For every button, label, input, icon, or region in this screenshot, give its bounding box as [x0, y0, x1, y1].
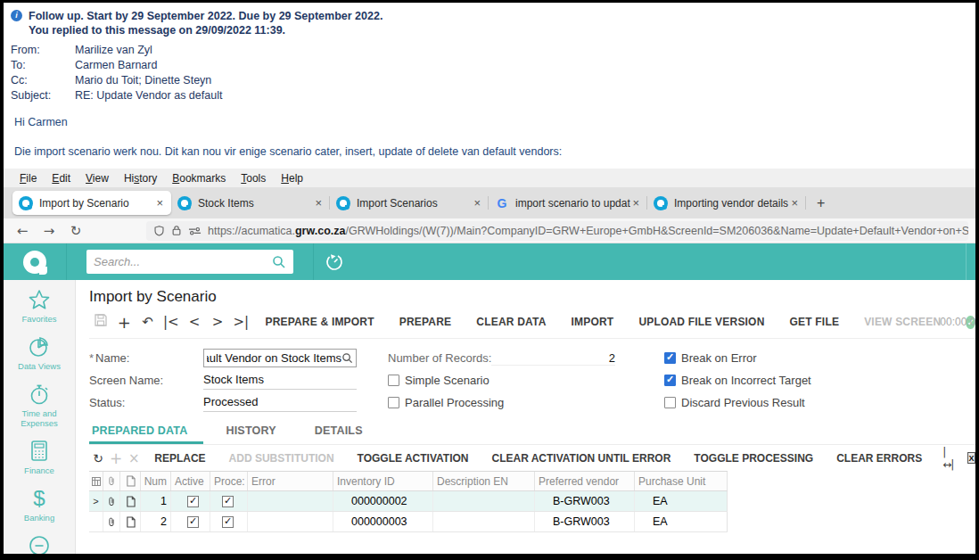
url-field[interactable]: https://acumatica.grw.co.za/GRWHoldings/… [146, 221, 968, 241]
processed-checkbox[interactable] [210, 491, 248, 511]
back-button[interactable]: ← [11, 223, 34, 239]
lookup-icon[interactable] [341, 352, 353, 364]
table-row[interactable]: 2 000000003 B-GRW003 EA [89, 512, 728, 532]
column-purchase-unit[interactable]: Purchase Unit [635, 472, 728, 490]
table-row[interactable]: > 1 000000002 B-GRW003 EA [89, 491, 728, 512]
toggle-processing-button[interactable]: TOGGLE PROCESSING [682, 452, 825, 465]
replace-button[interactable]: REPLACE [143, 452, 217, 465]
discard-previous-result-checkbox[interactable] [664, 397, 676, 408]
browser-tab-stock-items[interactable]: Stock Items × [171, 191, 330, 215]
break-on-error-checkbox[interactable] [664, 352, 676, 364]
column-error[interactable]: Error [248, 472, 333, 490]
prev-record-icon[interactable]: < [183, 314, 206, 330]
sidebar-item-favorites[interactable]: Favorites [21, 289, 56, 324]
note-icon[interactable] [120, 491, 141, 511]
paperclip-icon[interactable] [103, 491, 120, 511]
sidebar-item-banking[interactable]: $ Banking [24, 487, 54, 523]
column-preferred-vendor[interactable]: Preferred vendor [535, 472, 635, 490]
column-processed[interactable]: Proce: [210, 472, 248, 490]
column-description-en[interactable]: Description EN [433, 472, 535, 490]
clear-errors-button[interactable]: CLEAR ERRORS [825, 452, 934, 465]
note-icon[interactable] [120, 512, 141, 531]
get-file-button[interactable]: GET FILE [777, 316, 852, 328]
tab-close-icon[interactable]: × [630, 196, 641, 210]
global-search-input[interactable]: Search... [86, 250, 293, 274]
column-num[interactable]: Num [141, 472, 171, 490]
prepare-button[interactable]: PREPARE [387, 316, 465, 328]
status-value: Processed [203, 393, 357, 412]
add-record-icon[interactable]: + [112, 313, 136, 332]
export-excel-icon[interactable]: X [967, 452, 975, 464]
acumatica-favicon [19, 196, 33, 210]
tab-close-icon[interactable]: × [313, 196, 324, 210]
tab-details[interactable]: DETAILS [312, 424, 379, 444]
tab-close-icon[interactable]: × [472, 196, 482, 210]
reload-button[interactable]: ↻ [64, 223, 87, 239]
upload-file-version-button[interactable]: UPLOAD FILE VERSION [626, 316, 777, 328]
clear-activation-until-error-button[interactable]: CLEAR ACTIVATION UNTIL ERROR [480, 452, 682, 465]
sidebar-label: Data Views [18, 361, 61, 371]
cell-purchase-unit[interactable]: EA [635, 512, 728, 531]
paperclip-column-icon [103, 472, 120, 490]
column-inventory-id[interactable]: Inventory ID [333, 472, 433, 490]
sidebar-label: Favorites [21, 314, 56, 324]
tab-history[interactable]: HISTORY [223, 424, 292, 444]
processed-checkbox[interactable] [210, 512, 248, 531]
active-checkbox[interactable] [171, 512, 210, 531]
tab-close-icon[interactable]: × [789, 196, 800, 210]
grid-add-icon[interactable]: + [107, 449, 125, 467]
column-settings-icon[interactable] [89, 472, 103, 490]
add-substitution-button[interactable]: ADD SUBSTITUTION [218, 452, 346, 465]
active-checkbox[interactable] [171, 491, 210, 511]
first-record-icon[interactable]: |< [160, 314, 183, 330]
number-of-records-label: Number of Records: [388, 351, 491, 365]
tab-label: Import by Scenario [39, 197, 154, 210]
cell-inventory-id[interactable]: 000000002 [333, 491, 433, 511]
simple-scenario-checkbox[interactable] [388, 375, 399, 386]
cell-inventory-id[interactable]: 000000003 [333, 512, 433, 531]
new-tab-button[interactable]: + [817, 195, 825, 211]
cell-purchase-unit[interactable]: EA [635, 491, 728, 511]
sidebar-item-time-and-expenses[interactable]: Time and Expenses [4, 383, 75, 428]
menu-file[interactable]: File [20, 172, 37, 185]
menu-history[interactable]: History [124, 172, 157, 185]
acumatica-logo[interactable] [4, 243, 67, 280]
refresh-icon[interactable]: ↻ [89, 451, 107, 465]
parallel-processing-checkbox[interactable] [388, 397, 399, 408]
dollar-icon: $ [28, 487, 51, 510]
sidebar-item-data-views[interactable]: Data Views [18, 335, 61, 371]
grid-delete-icon[interactable]: × [125, 450, 143, 466]
menu-bookmarks[interactable]: Bookmarks [172, 172, 226, 185]
undo-icon[interactable]: ↶ [136, 314, 159, 330]
sidebar-item-payables[interactable]: Payables [21, 534, 56, 560]
menu-edit[interactable]: Edit [52, 172, 70, 185]
next-record-icon[interactable]: > [206, 314, 229, 330]
cell-preferred-vendor[interactable]: B-GRW003 [535, 512, 635, 531]
recent-history-button[interactable] [314, 252, 355, 272]
sidebar-item-finance[interactable]: Finance [24, 440, 54, 475]
toggle-activation-button[interactable]: TOGGLE ACTIVATION [346, 452, 481, 465]
to-label: To: [11, 58, 75, 73]
last-record-icon[interactable]: >| [229, 314, 252, 330]
browser-tab-importing-vendor[interactable]: Importing vendor details to stoc × [647, 191, 806, 215]
forward-button[interactable]: → [37, 223, 61, 239]
tab-close-icon[interactable]: × [154, 196, 165, 210]
prepare-and-import-button[interactable]: PREPARE & IMPORT [252, 316, 386, 328]
browser-tab-import-by-scenario[interactable]: Import by Scenario × [12, 191, 171, 215]
import-button[interactable]: IMPORT [559, 316, 627, 328]
break-on-incorrect-target-checkbox[interactable] [664, 375, 676, 386]
browser-tab-google-search[interactable]: G import scenario to update defau × [489, 191, 647, 215]
menu-view[interactable]: View [86, 172, 109, 185]
tab-prepared-data[interactable]: PREPARED DATA [89, 424, 203, 444]
menu-help[interactable]: Help [281, 172, 303, 185]
browser-tab-import-scenarios[interactable]: Import Scenarios × [330, 191, 489, 215]
menu-tools[interactable]: Tools [241, 172, 266, 185]
save-icon[interactable] [89, 314, 112, 330]
cell-preferred-vendor[interactable]: B-GRW003 [535, 491, 635, 511]
clear-data-button[interactable]: CLEAR DATA [464, 316, 558, 328]
name-input[interactable]: Default Vendor on Stock Items [203, 349, 357, 367]
view-screen-button[interactable]: VIEW SCREEN [851, 316, 953, 328]
column-active[interactable]: Active [171, 472, 210, 490]
fit-columns-icon[interactable]: |↔| [934, 446, 962, 471]
paperclip-icon[interactable] [103, 512, 120, 531]
